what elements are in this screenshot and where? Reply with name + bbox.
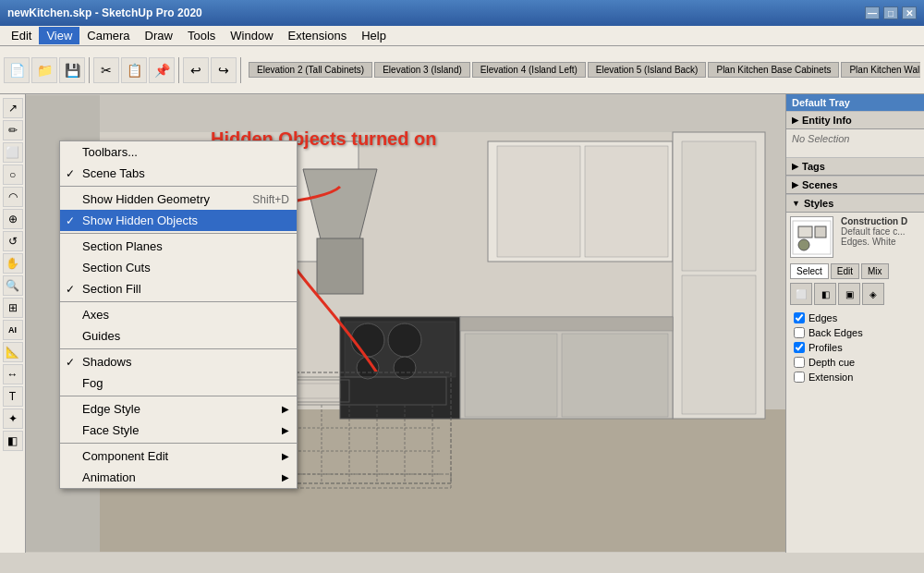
style-icon-2[interactable]: ◧ [814, 283, 836, 305]
svg-rect-15 [682, 275, 756, 414]
menu-toolbars[interactable]: Toolbars... [60, 141, 297, 163]
style-info: Construction D Default face c... Edges. … [841, 216, 920, 258]
menu-help[interactable]: Help [354, 27, 394, 44]
animation-arrow: ▶ [282, 472, 289, 482]
menu-sep-1 [60, 186, 297, 187]
menu-section-planes[interactable]: Section Planes [60, 236, 297, 257]
section-plane-tool[interactable]: ◧ [3, 431, 23, 451]
menu-edge-style[interactable]: Edge Style ▶ [60, 398, 297, 420]
maximize-button[interactable]: □ [883, 6, 898, 19]
elevation-3-tab[interactable]: Elevation 3 (Island) [374, 62, 470, 78]
depth-cue-checkbox[interactable] [794, 357, 805, 368]
hidden-objects-check: ✓ [66, 214, 75, 227]
section-cuts-label: Section Cuts [82, 261, 151, 274]
menu-hidden-objects[interactable]: ✓ Show Hidden Objects [60, 210, 297, 231]
push-pull-tool[interactable]: ⊕ [3, 209, 23, 229]
hidden-geometry-label: Show Hidden Geometry [82, 192, 210, 206]
edges-checkbox[interactable] [794, 312, 805, 323]
menu-sep-3 [60, 301, 297, 302]
zoom-tool[interactable]: 🔍 [3, 275, 23, 296]
window-controls[interactable]: — □ ✕ [865, 6, 917, 19]
styles-body: Construction D Default face c... Edges. … [786, 213, 924, 553]
menu-scene-tabs[interactable]: ✓ Scene Tabs [60, 163, 297, 184]
profiles-checkbox[interactable] [794, 342, 805, 353]
tape-measure-tool[interactable]: 📐 [3, 342, 23, 362]
profiles-row: Profiles [790, 340, 920, 355]
menu-hidden-geometry[interactable]: Show Hidden Geometry Shift+D [60, 189, 297, 210]
elevation-5-tab[interactable]: Elevation 5 (Island Back) [588, 62, 707, 78]
plan-wall-tab[interactable]: Plan Kitchen Wall Cabinets [841, 62, 920, 78]
ai-tool[interactable]: AI [3, 320, 23, 340]
scenes-header[interactable]: ▶ Scenes [786, 176, 924, 194]
plan-base-tab[interactable]: Plan Kitchen Base Cabinets [708, 62, 839, 78]
dimension-tool[interactable]: ↔ [3, 364, 23, 384]
styles-header[interactable]: ▼ Styles [786, 194, 924, 213]
scenes-arrow: ▶ [792, 180, 798, 189]
entity-info-header[interactable]: ▶ Entity Info [786, 111, 924, 129]
copy-button[interactable]: 📋 [121, 57, 147, 83]
close-button[interactable]: ✕ [902, 6, 917, 19]
undo-button[interactable]: ↩ [183, 57, 209, 83]
styles-arrow: ▼ [792, 199, 800, 208]
minimize-button[interactable]: — [865, 6, 880, 19]
arc-tool[interactable]: ◠ [3, 187, 23, 207]
hidden-objects-label: Show Hidden Objects [82, 213, 198, 227]
axes-tool[interactable]: ✦ [3, 408, 23, 429]
menu-draw[interactable]: Draw [138, 27, 180, 44]
axes-label: Axes [82, 308, 109, 322]
menu-guides[interactable]: Guides [60, 325, 297, 347]
paste-button[interactable]: 📌 [149, 57, 175, 83]
style-thumbnail-svg [791, 219, 833, 256]
depth-cue-label: Depth cue [808, 357, 855, 368]
menu-animation[interactable]: Animation ▶ [60, 467, 297, 488]
menu-section-fill[interactable]: ✓ Section Fill [60, 278, 297, 299]
menu-window[interactable]: Window [223, 27, 280, 44]
menu-face-style[interactable]: Face Style ▶ [60, 420, 297, 441]
menu-fog[interactable]: Fog [60, 372, 297, 394]
elevation-4-tab[interactable]: Elevation 4 (Island Left) [472, 62, 586, 78]
back-edges-checkbox[interactable] [794, 327, 805, 338]
new-button[interactable]: 📄 [4, 57, 30, 83]
style-icon-1[interactable]: ⬜ [790, 283, 812, 305]
svg-point-25 [351, 323, 384, 357]
elevation-2-tab[interactable]: Elevation 2 (Tall Cabinets) [249, 62, 372, 78]
style-tab-edit[interactable]: Edit [831, 263, 859, 279]
open-button[interactable]: 📁 [31, 57, 57, 83]
eraser-tool[interactable]: ✏ [3, 120, 23, 140]
menu-camera[interactable]: Camera [79, 27, 137, 44]
rectangle-tool[interactable]: ⬜ [3, 142, 23, 163]
menu-extensions[interactable]: Extensions [281, 27, 355, 44]
redo-button[interactable]: ↪ [211, 57, 237, 83]
pan-tool[interactable]: ✋ [3, 253, 23, 274]
svg-point-27 [357, 357, 379, 379]
orbit-tool[interactable]: ↺ [3, 231, 23, 251]
menu-edit[interactable]: Edit [4, 27, 39, 44]
menu-component-edit[interactable]: Component Edit ▶ [60, 445, 297, 467]
circle-tool[interactable]: ○ [3, 165, 23, 185]
tags-header[interactable]: ▶ Tags [786, 157, 924, 176]
profiles-label: Profiles [808, 342, 843, 353]
edge-style-label: Edge Style [82, 402, 140, 416]
style-icon-3[interactable]: ▣ [838, 283, 860, 305]
svg-rect-9 [317, 238, 363, 294]
menu-view[interactable]: View [39, 27, 79, 44]
style-tab-select[interactable]: Select [790, 263, 829, 279]
zoom-extents-tool[interactable]: ⊞ [3, 298, 23, 318]
face-style-label: Face Style [82, 423, 139, 437]
extension-checkbox[interactable] [794, 372, 805, 383]
save-button[interactable]: 💾 [59, 57, 85, 83]
style-tab-mix[interactable]: Mix [861, 263, 889, 279]
cut-button[interactable]: ✂ [93, 57, 119, 83]
style-icon-4[interactable]: ◈ [862, 283, 884, 305]
svg-point-26 [388, 323, 421, 357]
menu-tools[interactable]: Tools [180, 27, 223, 44]
menu-shadows[interactable]: ✓ Shadows [60, 351, 297, 372]
menu-axes[interactable]: Axes [60, 304, 297, 325]
menu-section-cuts[interactable]: Section Cuts [60, 257, 297, 278]
section-fill-check: ✓ [66, 283, 75, 296]
text-tool[interactable]: T [3, 386, 23, 407]
back-edges-row: Back Edges [790, 325, 920, 340]
left-toolbar: ↗ ✏ ⬜ ○ ◠ ⊕ ↺ ✋ 🔍 ⊞ AI 📐 ↔ T ✦ ◧ [0, 94, 26, 553]
style-desc: Default face c... Edges. White [841, 226, 920, 247]
select-tool[interactable]: ↗ [3, 98, 23, 118]
